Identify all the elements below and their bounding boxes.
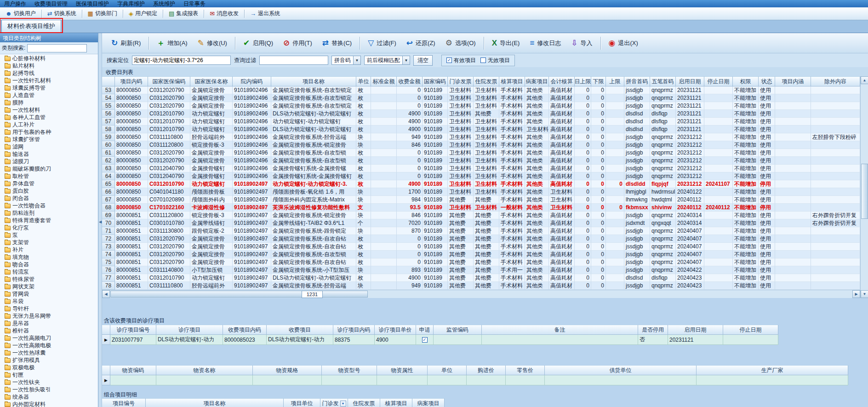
- tree-item[interactable]: 吻合器: [5, 261, 98, 268]
- tree-item[interactable]: 内外固定材料: [5, 401, 98, 407]
- column-header[interactable]: 是否停用: [638, 325, 668, 335]
- scroll-left-icon[interactable]: ◀: [102, 290, 110, 298]
- invalid-checkbox[interactable]: [480, 57, 486, 63]
- refresh-button[interactable]: ↻刷新(R): [107, 36, 145, 51]
- column-header[interactable]: 项目名称: [146, 398, 284, 407]
- table-row[interactable]: 5480000850C0312020790金属锁定接骨91018902496金属…: [102, 94, 860, 102]
- column-header[interactable]: 购进价: [467, 365, 506, 375]
- table-row[interactable]: 6880000850C1701022160卡波姆湿性修91018902497芙湃…: [102, 204, 860, 212]
- menu-item[interactable]: 系统维护: [149, 0, 179, 7]
- import-button[interactable]: ⇩导入: [566, 36, 597, 51]
- table-row[interactable]: 6280000850C0312020790金属锁定接骨91018902496金属…: [102, 157, 860, 165]
- column-header[interactable]: [102, 365, 110, 375]
- reports-button[interactable]: ▤集成报表: [165, 8, 202, 19]
- column-header[interactable]: 诊疗项目单价: [375, 325, 416, 335]
- restore-button[interactable]: ↩还原(Z): [402, 36, 440, 51]
- tree-item[interactable]: 椎针器: [5, 327, 98, 334]
- column-header[interactable]: 住院发票: [348, 398, 380, 407]
- tree-item[interactable]: 膜肺: [5, 99, 98, 106]
- chevron-down-icon[interactable]: ▼: [402, 56, 410, 64]
- tree-item[interactable]: 输送器: [5, 150, 98, 158]
- query-filter-input[interactable]: [259, 56, 328, 65]
- change-log-button[interactable]: ≡修改日志: [525, 36, 565, 51]
- table-row[interactable]: 7280000851C0312020790金属锁定接骨91018902497金属…: [102, 235, 860, 243]
- export-excel-button[interactable]: X导出(E): [487, 36, 525, 51]
- column-header[interactable]: 诊疗项目: [156, 325, 223, 335]
- column-header[interactable]: 除外内容: [811, 76, 860, 86]
- column-header[interactable]: 单位: [428, 365, 467, 375]
- tree-item[interactable]: 钉匣: [5, 371, 98, 378]
- disable-button[interactable]: ⊘停用(T): [279, 36, 317, 51]
- table-row[interactable]: 7880000851C0311110800胫骨远端前外91018902497金属…: [102, 282, 860, 290]
- filter-dropdown-icon[interactable]: ▼: [340, 401, 346, 407]
- table-row[interactable]: 5680000850C0312010790动力锁定螺钉91018902496DL…: [102, 110, 860, 118]
- column-header[interactable]: 会计核算: [549, 76, 575, 86]
- table-row[interactable]: ▶: [102, 375, 848, 385]
- tree-item[interactable]: 能破坏瓣膜的刀: [5, 165, 98, 172]
- tree-item[interactable]: 扩张用模具: [5, 356, 98, 364]
- column-header[interactable]: 上限: [606, 76, 624, 86]
- add-button[interactable]: ＋增加(A): [152, 36, 192, 51]
- column-header[interactable]: [102, 325, 110, 335]
- table-row[interactable]: 7180000851C0311130800跟骨锁定板-291018902497金…: [102, 227, 860, 235]
- valid-checkbox[interactable]: ✓: [446, 57, 452, 63]
- column-header[interactable]: 权限: [733, 76, 759, 86]
- column-header[interactable]: 停止日期: [704, 76, 733, 86]
- vertical-scroll-thumb[interactable]: [861, 164, 868, 219]
- table-row[interactable]: 6080000850C0311120800锁定接骨板-391018902496金…: [102, 141, 860, 149]
- collapse-panel-icon[interactable]: ◀: [98, 212, 102, 231]
- menu-item[interactable]: 用户操作: [0, 0, 30, 7]
- pinyin-combo[interactable]: 拼音码 ▼: [331, 56, 361, 65]
- column-header[interactable]: 监管编码: [434, 325, 482, 335]
- tree-item[interactable]: 一次性高频电极: [5, 342, 98, 349]
- column-header[interactable]: 收费项目内码: [223, 325, 267, 335]
- column-header[interactable]: 国家医保编码: [148, 76, 190, 86]
- column-header[interactable]: 院内编码: [233, 76, 271, 86]
- column-header[interactable]: 项目内码: [115, 76, 148, 86]
- chevron-down-icon[interactable]: ▼: [353, 56, 360, 64]
- tree-item[interactable]: 特殊尿管: [5, 275, 98, 283]
- tree-item[interactable]: 取栓管: [5, 172, 98, 180]
- filter-button[interactable]: ▽过滤(F): [363, 36, 401, 51]
- column-header[interactable]: [102, 76, 115, 86]
- tree-item[interactable]: 一次性胎头吸引: [5, 386, 98, 393]
- column-header[interactable]: 物资编码: [110, 365, 156, 375]
- match-mode-combo[interactable]: 前后模糊匹配 ▼: [364, 56, 410, 65]
- tree-item[interactable]: 一次性钛夹: [5, 378, 98, 386]
- column-header[interactable]: 生产厂家: [697, 365, 848, 375]
- table-row[interactable]: 7680000851C0311140800小T型加压锁91018902497金属…: [102, 266, 860, 274]
- column-header[interactable]: 拼音首码: [624, 76, 650, 86]
- menu-item[interactable]: 字典库维护: [113, 0, 149, 7]
- column-header[interactable]: 物资规格: [253, 365, 322, 375]
- column-header[interactable]: 供货单位: [545, 365, 697, 375]
- tree-item[interactable]: 各种人工血管: [5, 114, 98, 121]
- column-header[interactable]: 物资名称: [156, 365, 253, 375]
- column-header[interactable]: 启用日期: [676, 76, 704, 86]
- tree-item[interactable]: 肾网袋: [5, 290, 98, 298]
- tree-item[interactable]: 特殊胃造瘘套管: [5, 217, 98, 224]
- column-header[interactable]: 门诊发▼: [320, 398, 348, 407]
- column-header[interactable]: 停止日期: [723, 325, 778, 335]
- column-header[interactable]: 零售价: [506, 365, 545, 375]
- tree-item[interactable]: 支架管: [5, 239, 98, 246]
- tree-item[interactable]: 悬吊器: [5, 320, 98, 327]
- enable-button[interactable]: ✔启用(Q): [239, 36, 278, 51]
- valid-items-option[interactable]: ✓ 有效项目: [446, 57, 476, 64]
- column-header[interactable]: 日上限: [575, 76, 591, 86]
- clear-button[interactable]: 清空: [413, 55, 433, 66]
- column-header[interactable]: 诊疗项目编号: [110, 325, 156, 335]
- switch-user-button[interactable]: ☻切换用户: [2, 8, 40, 19]
- table-row[interactable]: 6980000851C0311120800锁定接骨板-391018902497金…: [102, 212, 860, 219]
- tree-item[interactable]: 人工补片: [5, 121, 98, 128]
- table-row[interactable]: 6780000850C0701020890颅颌面外科内91018902497颅颌…: [102, 196, 860, 204]
- tree-item[interactable]: 人造血管: [5, 92, 98, 99]
- tree-item[interactable]: 补片: [5, 246, 98, 253]
- column-header[interactable]: 项目内涵: [775, 76, 811, 86]
- tree-item[interactable]: 双极电极: [5, 364, 98, 371]
- tree-item[interactable]: 一次性热球囊: [5, 349, 98, 356]
- lock-user-button[interactable]: ◈用户锁定: [125, 8, 161, 19]
- column-header[interactable]: 单位: [356, 76, 371, 86]
- table-row[interactable]: 5580000850C0312020790金属锁定接骨91018902496金属…: [102, 102, 860, 110]
- tree-item[interactable]: 吊袋: [5, 298, 98, 305]
- tree-item[interactable]: 填充物: [5, 253, 98, 261]
